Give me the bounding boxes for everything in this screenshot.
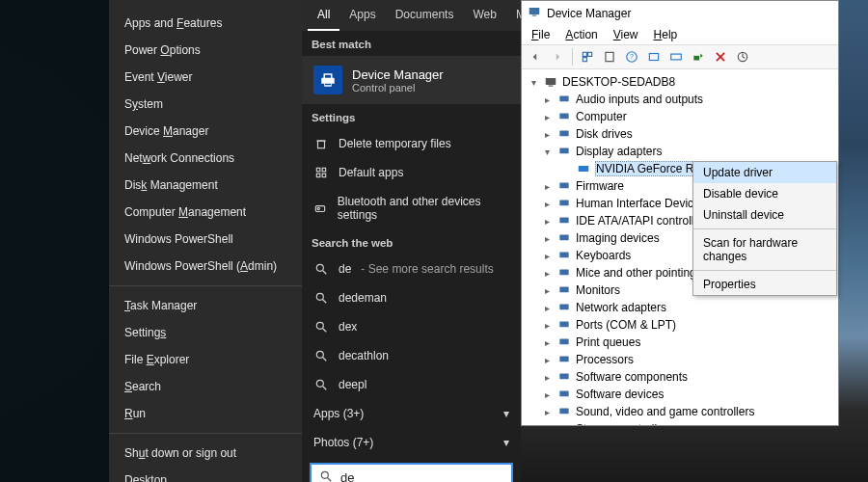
- context-menu-item[interactable]: Update driver: [693, 162, 836, 183]
- expand-icon[interactable]: ▸: [541, 129, 553, 140]
- expand-icon[interactable]: ▾: [528, 77, 539, 88]
- web-result-first[interactable]: de - See more search results: [302, 254, 521, 283]
- expand-icon[interactable]: ▸: [541, 251, 553, 261]
- tree-category[interactable]: ▸Computer: [528, 108, 836, 125]
- svg-rect-49: [559, 322, 568, 328]
- refresh-button[interactable]: [644, 47, 664, 67]
- web-result[interactable]: dex: [302, 312, 521, 341]
- search-tab[interactable]: All: [308, 0, 339, 31]
- winx-item[interactable]: Task Manager: [109, 292, 302, 319]
- settings-result[interactable]: Delete temporary files: [302, 129, 521, 158]
- winx-item[interactable]: Computer Management: [109, 199, 302, 226]
- expand-icon[interactable]: ▸: [541, 285, 553, 296]
- bt-icon: [313, 201, 328, 215]
- tree-category[interactable]: ▸Disk drives: [528, 125, 836, 143]
- winx-item[interactable]: Windows PowerShell (Admin): [109, 253, 302, 280]
- photos-collapsed[interactable]: Photos (7+) ▾: [302, 428, 521, 457]
- apps-collapsed[interactable]: Apps (3+) ▾: [302, 399, 521, 428]
- svg-rect-51: [559, 357, 568, 362]
- tree-category[interactable]: ▸Audio inputs and outputs: [528, 91, 836, 108]
- winx-item[interactable]: Disk Management: [109, 172, 302, 199]
- update-driver-button[interactable]: [689, 47, 708, 67]
- winx-item[interactable]: Apps and Features: [109, 10, 302, 37]
- winx-item[interactable]: System: [109, 91, 302, 118]
- scan-button[interactable]: [666, 47, 686, 67]
- expand-icon[interactable]: ▸: [541, 355, 553, 365]
- menu-item[interactable]: File: [526, 27, 556, 42]
- tree-category[interactable]: ▸Processors: [528, 351, 836, 368]
- tree-category[interactable]: ▸Network adapters: [528, 299, 836, 316]
- svg-rect-30: [693, 56, 699, 61]
- show-hidden-button[interactable]: [578, 47, 597, 67]
- expand-icon[interactable]: ▸: [541, 94, 553, 105]
- context-menu-item[interactable]: Scan for hardware changes: [693, 232, 836, 267]
- search-input-box[interactable]: [310, 463, 513, 482]
- disable-button[interactable]: [733, 47, 752, 67]
- winx-item[interactable]: Event Viewer: [109, 64, 302, 91]
- back-button[interactable]: [526, 47, 545, 67]
- search-tab[interactable]: Web: [463, 0, 505, 31]
- photos-collapsed-label: Photos (7+): [313, 436, 494, 449]
- expand-icon[interactable]: ▸: [541, 268, 553, 279]
- search-input[interactable]: [340, 470, 503, 482]
- tree-category[interactable]: ▸Storage controllers: [528, 420, 836, 425]
- context-menu-item[interactable]: Uninstall device: [693, 204, 836, 226]
- best-match-result[interactable]: Device Manager Control panel: [302, 56, 521, 104]
- expand-icon[interactable]: ▸: [541, 389, 553, 400]
- best-match-title: Device Manager: [352, 67, 444, 82]
- tree-category[interactable]: ▸Ports (COM & LPT): [528, 316, 836, 334]
- expand-icon[interactable]: ▸: [541, 372, 553, 383]
- tree-category[interactable]: ▸Software devices: [528, 386, 836, 403]
- svg-rect-41: [559, 183, 568, 189]
- tree-category[interactable]: ▾Display adapters: [528, 143, 836, 160]
- menu-bar: FileActionViewHelp: [522, 25, 838, 44]
- search-tab[interactable]: Documents: [386, 0, 464, 31]
- forward-button[interactable]: [548, 47, 567, 67]
- tree-category[interactable]: ▸Sound, video and game controllers: [528, 403, 836, 420]
- expand-icon[interactable]: ▸: [541, 112, 553, 122]
- properties-button[interactable]: [600, 47, 619, 67]
- menu-item[interactable]: Help: [648, 27, 684, 42]
- winx-item[interactable]: File Explorer: [109, 346, 302, 373]
- web-result[interactable]: dedeman: [302, 283, 521, 312]
- winx-item[interactable]: Network Connections: [109, 145, 302, 172]
- expand-icon[interactable]: ▸: [541, 303, 553, 313]
- uninstall-button[interactable]: [711, 47, 730, 67]
- context-menu-item[interactable]: Disable device: [693, 183, 836, 204]
- expand-icon[interactable]: ▸: [541, 216, 553, 227]
- winx-item[interactable]: Device Manager: [109, 118, 302, 145]
- title-bar[interactable]: Device Manager: [522, 1, 838, 25]
- web-result[interactable]: deepl: [302, 370, 521, 399]
- settings-result[interactable]: Bluetooth and other devices settings: [302, 187, 521, 229]
- expand-icon[interactable]: ▸: [541, 337, 553, 348]
- search-tab[interactable]: Apps: [339, 0, 385, 31]
- winx-item[interactable]: Run: [109, 400, 302, 427]
- svg-rect-21: [532, 15, 537, 16]
- winx-item[interactable]: Desktop: [109, 467, 302, 482]
- expand-icon[interactable]: ▸: [541, 407, 553, 417]
- menu-item[interactable]: Action: [559, 27, 603, 42]
- winx-item[interactable]: Settings: [109, 319, 302, 346]
- menu-item[interactable]: View: [608, 27, 644, 42]
- expand-icon[interactable]: ▸: [541, 233, 553, 244]
- context-menu-item[interactable]: Properties: [693, 274, 836, 295]
- expand-icon[interactable]: ▸: [541, 199, 553, 209]
- winx-item[interactable]: Windows PowerShell: [109, 226, 302, 253]
- tree-category-label: Software devices: [576, 388, 664, 401]
- tree-root[interactable]: ▾DESKTOP-SEDADB8: [528, 73, 836, 91]
- tree-category[interactable]: ▸Print queues: [528, 334, 836, 351]
- winx-item[interactable]: Search: [109, 373, 302, 400]
- settings-result[interactable]: Default apps: [302, 158, 521, 187]
- web-result[interactable]: decathlon: [302, 341, 521, 370]
- expand-icon[interactable]: ▾: [541, 147, 553, 157]
- expand-icon[interactable]: ▸: [541, 320, 553, 331]
- help-button[interactable]: ?: [622, 47, 641, 67]
- search-icon: [319, 469, 333, 482]
- expand-icon[interactable]: ▸: [541, 181, 553, 192]
- tree-category[interactable]: ▸Software components: [528, 368, 836, 386]
- expand-icon[interactable]: ▸: [541, 424, 553, 426]
- winx-item[interactable]: Power Options: [109, 37, 302, 64]
- apps-collapsed-label: Apps (3+): [313, 407, 494, 420]
- svg-rect-36: [559, 96, 568, 102]
- winx-item[interactable]: Shut down or sign out: [109, 440, 302, 467]
